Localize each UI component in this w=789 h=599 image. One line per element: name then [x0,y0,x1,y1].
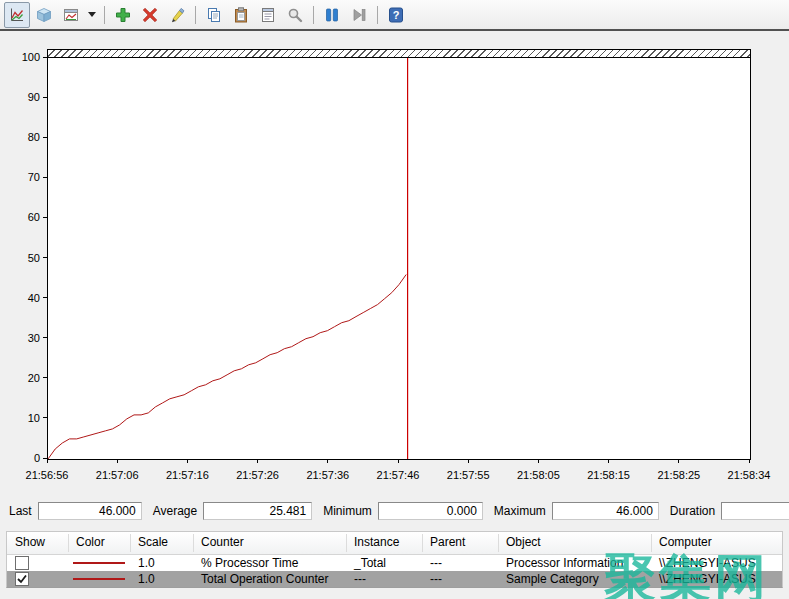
toolbar: ? [0,0,789,31]
header-divider [193,534,194,552]
y-axis-label: 100 [2,51,40,63]
x-axis-label: 21:57:16 [155,469,219,481]
cell-parent: --- [430,572,442,586]
y-axis-tick [43,97,47,98]
stat-duration: Duration1:40 [670,502,789,520]
y-axis-label: 20 [2,372,40,384]
header-divider [130,534,131,552]
graph-type-dropdown-button[interactable] [85,3,99,27]
x-axis-label: 21:58:34 [717,469,781,481]
counter-legend-table: ShowColorScaleCounterInstanceParentObjec… [6,531,783,588]
perfmon-window: { "toolbar": { "buttons": [ {"name": "vi… [0,0,789,599]
chart-plot-area [47,49,751,460]
column-header-object: Object [506,535,541,549]
counter-color-sample [73,562,125,564]
x-axis-label: 21:58:25 [647,469,711,481]
cell-computer: \\ZHENGYI-ASUS [659,556,756,570]
x-axis-label: 21:57:55 [436,469,500,481]
chevron-down-icon [88,12,96,17]
cell-computer: \\ZHENGYI-ASUS [659,572,756,586]
copy-properties-button[interactable] [201,2,227,28]
highlight-button[interactable] [164,2,190,28]
zoom-button[interactable] [282,2,308,28]
view-current-activity-button[interactable] [4,2,30,28]
x-axis-tick [47,459,48,463]
view-log-data-button[interactable] [31,2,57,28]
cell-object: Sample Category [506,572,599,586]
y-axis-tick [43,417,47,418]
x-axis-label: 21:57:06 [85,469,149,481]
y-axis-label: 10 [2,412,40,424]
clipboard-paste-icon [233,7,249,23]
x-axis-label: 21:56:56 [15,469,79,481]
freeze-display-button[interactable] [319,2,345,28]
y-axis-tick [43,297,47,298]
x-axis-tick [749,459,750,463]
add-counters-button[interactable] [110,2,136,28]
counter-row[interactable]: 1.0% Processor Time_Total---Processor In… [7,555,782,571]
header-divider [651,534,652,552]
properties-icon [260,7,276,23]
column-header-parent: Parent [430,535,465,549]
stat-label: Minimum [323,504,372,518]
stat-label: Duration [670,504,715,518]
show-checkbox-unchecked[interactable] [15,556,29,570]
stat-average: Average25.481 [153,502,312,520]
cube-icon [36,7,52,23]
help-button[interactable]: ? [383,2,409,28]
y-axis-label: 90 [2,91,40,103]
stat-label: Average [153,504,197,518]
y-axis-label: 0 [2,452,40,464]
delete-counter-button[interactable] [137,2,163,28]
update-data-button[interactable] [346,2,372,28]
chart-top-hatch-band [48,50,750,58]
x-axis-label: 21:58:15 [577,469,641,481]
change-graph-type-button[interactable] [58,2,84,28]
data-line-total-operation-counter [48,275,406,460]
paste-counter-list-button[interactable] [228,2,254,28]
stat-value-box: 46.000 [552,502,659,520]
performance-line-chart [48,58,750,459]
help-icon: ? [388,7,404,23]
counter-row[interactable]: 1.0Total Operation Counter------Sample C… [7,571,782,587]
y-axis-tick [43,177,47,178]
properties-button[interactable] [255,2,281,28]
header-divider [498,534,499,552]
cell-scale: 1.0 [138,572,155,586]
svg-text:?: ? [393,9,400,21]
column-header-scale: Scale [138,535,168,549]
cell-instance: _Total [354,556,386,570]
line-chart-icon [9,7,25,23]
y-axis-label: 40 [2,292,40,304]
y-axis-tick [43,217,47,218]
legend-header-row: ShowColorScaleCounterInstanceParentObjec… [7,532,782,555]
red-x-icon [142,7,158,23]
x-axis-tick [327,459,328,463]
show-checkbox-checked[interactable] [15,572,29,586]
column-header-show: Show [15,535,45,549]
pencil-icon [169,7,185,23]
column-header-instance: Instance [354,535,399,549]
toolbar-separator [104,6,105,24]
step-forward-icon [351,7,367,23]
magnifier-icon [287,7,303,23]
y-axis-tick [43,57,47,58]
stat-value-box: 25.481 [203,502,312,520]
x-axis-tick [678,459,679,463]
x-axis-label: 21:57:36 [296,469,360,481]
cell-parent: --- [430,556,442,570]
x-axis-tick [538,459,539,463]
header-divider [68,534,69,552]
x-axis-label: 21:57:46 [366,469,430,481]
column-header-computer: Computer [659,535,712,549]
plus-icon [115,7,131,23]
cell-instance: --- [354,572,366,586]
x-axis-tick [398,459,399,463]
y-axis-label: 60 [2,211,40,223]
x-axis-tick [187,459,188,463]
cell-counter: Total Operation Counter [201,572,328,586]
x-axis-label: 21:58:05 [506,469,570,481]
header-divider [346,534,347,552]
counter-color-sample [73,578,125,580]
stat-last: Last46.000 [9,502,142,520]
